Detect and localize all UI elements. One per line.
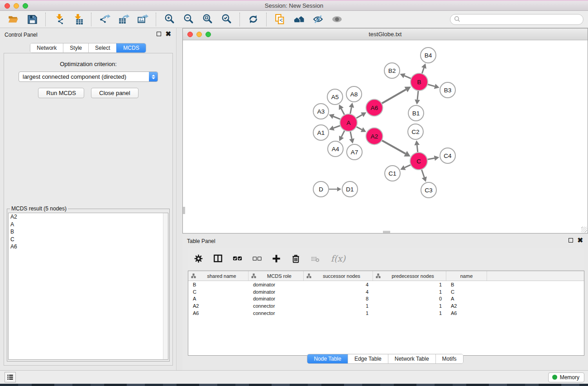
table-row[interactable]: Cdominator41C <box>188 288 584 295</box>
graph-node-A2[interactable]: A2 <box>366 128 383 145</box>
zoom-fit-button[interactable] <box>201 13 214 26</box>
save-session-button[interactable] <box>26 13 38 26</box>
float-panel-icon[interactable] <box>157 32 161 36</box>
add-column-button[interactable] <box>270 253 282 264</box>
graph-node-A6[interactable]: A6 <box>366 100 383 116</box>
graph-node-A4[interactable]: A4 <box>328 141 343 157</box>
close-panel-button[interactable]: Close panel <box>91 88 139 98</box>
import-network-button[interactable] <box>53 13 65 26</box>
graph-node-A7[interactable]: A7 <box>347 144 362 160</box>
graph-node-A[interactable]: A <box>340 114 357 131</box>
column-header-shared-name[interactable]: shared name <box>188 271 249 281</box>
export-table-button[interactable] <box>117 13 130 26</box>
import-table-button[interactable] <box>72 13 84 26</box>
tab-network-table[interactable]: Network Table <box>388 354 435 363</box>
graph-node-A8[interactable]: A8 <box>346 86 362 102</box>
graph-node-A5[interactable]: A5 <box>327 89 343 105</box>
mcds-result-item[interactable]: A6 <box>9 243 168 251</box>
tab-select[interactable]: Select <box>88 43 116 52</box>
memory-button[interactable]: Memory <box>548 372 584 382</box>
mcds-result-item[interactable]: B <box>9 228 168 236</box>
zoom-selected-button[interactable] <box>220 13 233 26</box>
titlebar: Session: New Session <box>0 1 588 11</box>
clone-network-button[interactable] <box>273 13 286 26</box>
window-resize-grip[interactable] <box>581 227 587 233</box>
home-button[interactable] <box>292 13 305 26</box>
tab-edge-table[interactable]: Edge Table <box>348 354 388 363</box>
canvas-left-handle[interactable] <box>183 207 185 214</box>
svg-text:C2: C2 <box>411 129 419 135</box>
zoom-out-button[interactable] <box>182 13 195 26</box>
search-box[interactable] <box>450 14 583 25</box>
tab-style[interactable]: Style <box>63 43 88 52</box>
tab-network[interactable]: Network <box>30 43 63 52</box>
graph-node-C2[interactable]: C2 <box>408 124 423 139</box>
network-graph: AA1A2A3A4A5A6A7A8BB1B2B3B4CC1C2C3C4DD1 <box>183 40 588 233</box>
graph-node-A3[interactable]: A3 <box>313 104 329 119</box>
deselect-all-checkboxes-button[interactable] <box>251 253 263 264</box>
column-header-name[interactable]: name <box>446 271 487 281</box>
split-columns-button[interactable] <box>212 253 224 264</box>
save-session-icon <box>27 14 38 25</box>
optimization-criterion-select[interactable]: largest connected component (directed) <box>19 71 158 82</box>
table-row[interactable]: A2connector11A2 <box>188 302 584 310</box>
canvas-bottom-handle[interactable] <box>383 231 390 233</box>
mcds-result-item[interactable]: A <box>9 221 168 229</box>
graph-node-C[interactable]: C <box>410 152 427 170</box>
show-graphics-details-button[interactable] <box>330 13 343 26</box>
select-all-checkboxes-button[interactable] <box>231 253 243 264</box>
graph-node-C4[interactable]: C4 <box>440 148 455 163</box>
graph-node-C3[interactable]: C3 <box>421 182 436 198</box>
tab-node-table[interactable]: Node Table <box>307 354 348 363</box>
graph-node-D1[interactable]: D1 <box>342 181 358 197</box>
table-row[interactable]: A6connector11A6 <box>188 310 584 317</box>
zoom-in-button[interactable] <box>163 13 176 26</box>
column-header-predecessor-nodes[interactable]: predecessor nodes <box>373 271 446 281</box>
open-session-button[interactable] <box>7 13 19 26</box>
refresh-button[interactable] <box>247 13 259 26</box>
export-network-button[interactable] <box>98 13 111 26</box>
control-panel-tabs: NetworkStyleSelectMCDS <box>0 43 176 53</box>
task-history-button[interactable] <box>5 372 16 382</box>
network-canvas[interactable]: AA1A2A3A4A5A6A7A8BB1B2B3B4CC1C2C3C4DD1 <box>183 40 588 233</box>
graph-node-B[interactable]: B <box>411 73 428 91</box>
graph-edge-A-A3 <box>329 114 340 119</box>
graph-node-B4[interactable]: B4 <box>421 48 436 63</box>
close-panel-icon[interactable]: ✖ <box>165 32 171 36</box>
export-image-button[interactable] <box>136 13 149 26</box>
settings-button[interactable] <box>192 253 204 264</box>
table-cell: 1 <box>304 310 373 316</box>
column-header-successor-nodes[interactable]: successor nodes <box>304 271 373 281</box>
graph-node-A1[interactable]: A1 <box>313 125 329 140</box>
hide-graphics-details-button[interactable] <box>311 13 324 26</box>
delete-table-button[interactable] <box>309 253 321 264</box>
function-builder-button[interactable]: f(x) <box>329 253 348 264</box>
graph-node-B1[interactable]: B1 <box>408 105 424 121</box>
mcds-result-item[interactable]: A2 <box>9 213 168 221</box>
svg-text:A3: A3 <box>317 108 325 115</box>
tab-mcds[interactable]: MCDS <box>116 43 145 52</box>
toolbar-group <box>0 13 45 26</box>
mcds-list-scrollbar[interactable] <box>163 213 168 359</box>
graph-node-B2[interactable]: B2 <box>384 63 400 78</box>
float-table-panel-icon[interactable] <box>569 238 573 243</box>
mcds-result-item[interactable]: C <box>9 236 168 243</box>
table-row[interactable]: Adominator80A <box>188 295 584 303</box>
run-mcds-button[interactable]: Run MCDS <box>38 88 84 98</box>
graph-node-D[interactable]: D <box>313 181 329 197</box>
zoom-fit-icon <box>202 14 213 25</box>
toolbar-group <box>45 13 91 26</box>
mcds-result-list[interactable]: A2ABCA6 <box>8 213 168 360</box>
tab-motifs[interactable]: Motifs <box>435 354 463 363</box>
table-cell: 1 <box>373 303 446 309</box>
graph-node-B3[interactable]: B3 <box>440 82 455 98</box>
delete-column-button[interactable] <box>290 253 301 264</box>
close-table-panel-icon[interactable]: ✖ <box>577 238 583 243</box>
column-header-MCDS-role[interactable]: MCDS role <box>249 271 304 281</box>
graph-edge-A6-B <box>382 86 411 103</box>
table-cell: B <box>188 282 249 287</box>
graph-node-C1[interactable]: C1 <box>385 166 400 181</box>
column-header-label: MCDS role <box>257 273 301 279</box>
table-row[interactable]: Bdominator41B <box>188 281 584 288</box>
search-input[interactable] <box>461 15 583 24</box>
